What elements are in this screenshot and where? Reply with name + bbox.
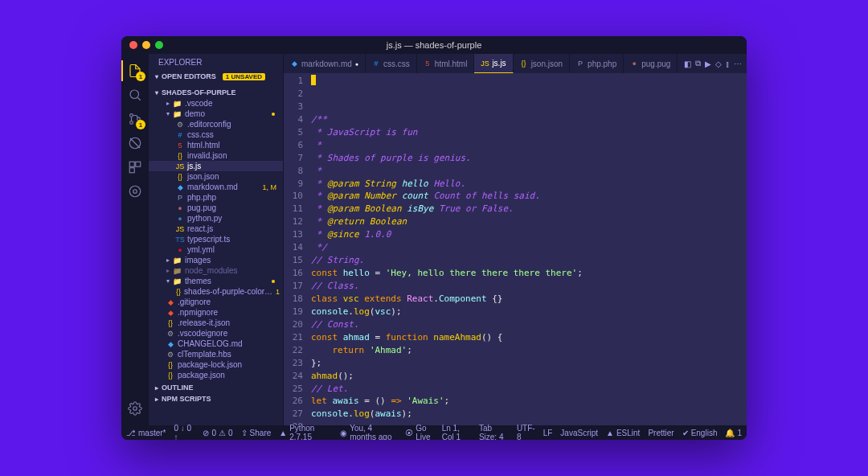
- extensions-icon[interactable]: [121, 155, 149, 179]
- gitlens-icon[interactable]: [121, 179, 149, 203]
- live-share-status[interactable]: ⇪ Share: [241, 429, 272, 437]
- code-line[interactable]: // Class.: [311, 280, 743, 293]
- file-item[interactable]: {}.release-it.json: [149, 318, 283, 328]
- file-item[interactable]: {}shades-of-purple-color…1: [149, 286, 283, 297]
- file-item[interactable]: ◆.npmignore: [149, 307, 283, 318]
- editor-tab[interactable]: Pphp.php: [570, 54, 624, 73]
- file-item[interactable]: {}package.json: [149, 370, 283, 380]
- editor-tab[interactable]: 5html.html: [417, 54, 475, 73]
- file-item[interactable]: ⚙clTemplate.hbs: [149, 349, 283, 359]
- code-line[interactable]: *: [311, 165, 743, 178]
- git-sync-status[interactable]: 0 ↓ 0 ↑: [174, 424, 194, 440]
- npm-scripts-header[interactable]: ▸ NPM SCRIPTS: [149, 393, 283, 404]
- prettier-status[interactable]: Prettier: [648, 424, 674, 440]
- folder-item[interactable]: ▸📁.vscode: [149, 98, 283, 109]
- source-control-icon[interactable]: 1: [121, 107, 149, 131]
- compare-icon[interactable]: ⧉: [695, 59, 701, 68]
- eol-status[interactable]: LF: [543, 424, 553, 440]
- code-line[interactable]: console.log(awais);: [311, 408, 743, 421]
- run-icon[interactable]: ▶: [705, 60, 711, 68]
- settings-gear-icon[interactable]: [121, 396, 149, 421]
- preview-icon[interactable]: ◇: [715, 60, 722, 68]
- editor-tab[interactable]: #css.css: [366, 54, 417, 73]
- code-line[interactable]: return 'Ahmad';: [311, 344, 743, 357]
- file-item[interactable]: ⚙.editorconfig: [149, 119, 283, 129]
- go-live-status[interactable]: ⦿ Go Live: [405, 424, 433, 440]
- split-editor-icon[interactable]: ⫿: [726, 60, 730, 68]
- code-editor[interactable]: 1234567891011121314151617181920212223242…: [284, 73, 747, 425]
- code-line[interactable]: const ahmad = function nameAhmad() {: [311, 331, 743, 344]
- encoding-status[interactable]: UTF-8: [517, 424, 535, 440]
- notifications-status[interactable]: 🔔 1: [725, 424, 742, 440]
- file-item[interactable]: {}invalid.json: [149, 150, 283, 161]
- file-item[interactable]: ◆markdown.md1, M: [149, 182, 283, 192]
- code-line[interactable]: * @param String hello Hello.: [311, 178, 743, 191]
- problems-status[interactable]: ⊘ 0 ⚠ 0: [203, 429, 232, 437]
- color-picker-icon[interactable]: ◧: [684, 60, 691, 68]
- git-blame-status[interactable]: ◉ You, 4 months ago: [340, 424, 397, 440]
- folder-item[interactable]: ▸📁images: [149, 255, 283, 265]
- more-actions-icon[interactable]: ⋯: [734, 60, 742, 68]
- minimize-window-button[interactable]: [142, 41, 150, 49]
- maximize-window-button[interactable]: [155, 41, 163, 49]
- code-line[interactable]: // String.: [311, 254, 743, 267]
- code-line[interactable]: * @param Boolean isBye True or False.: [311, 203, 743, 215]
- file-item[interactable]: ●python.py: [149, 213, 283, 224]
- file-item[interactable]: #css.css: [149, 129, 283, 140]
- close-window-button[interactable]: [129, 41, 137, 49]
- code-line[interactable]: console.log(vsc);: [311, 306, 743, 318]
- code-line[interactable]: */: [311, 241, 743, 254]
- file-item[interactable]: ◆.gitignore: [149, 297, 283, 307]
- tree-item-label: typescript.ts: [187, 235, 230, 244]
- file-item[interactable]: 5html.html: [149, 140, 283, 150]
- explorer-icon[interactable]: 1: [121, 59, 149, 83]
- file-item[interactable]: JSreact.js: [149, 224, 283, 234]
- file-item[interactable]: ●yml.yml: [149, 244, 283, 255]
- code-line[interactable]: // Const.: [311, 318, 743, 331]
- tab-size-status[interactable]: Tab Size: 4: [479, 424, 509, 440]
- debug-icon[interactable]: [121, 131, 149, 155]
- eslint-status[interactable]: ▲ ESLint: [606, 424, 640, 440]
- code-content[interactable]: /** * JavaScript is fun * * Shades of pu…: [308, 73, 747, 425]
- code-line[interactable]: * @since 1.0.0: [311, 228, 743, 241]
- file-item[interactable]: ⚙.vscodeignore: [149, 328, 283, 339]
- code-line[interactable]: * @return Boolean: [311, 215, 743, 228]
- editor-tab[interactable]: {}json.json: [514, 54, 570, 73]
- file-item[interactable]: TStypescript.ts: [149, 234, 283, 244]
- file-item[interactable]: Pphp.php: [149, 192, 283, 203]
- code-line[interactable]: // Let.: [311, 383, 743, 396]
- code-line[interactable]: /**: [311, 113, 743, 126]
- workspace-root-header[interactable]: ▾ SHADES-OF-PURPLE: [149, 87, 283, 98]
- language-status[interactable]: JavaScript: [560, 424, 598, 440]
- code-line[interactable]: ahmad();: [311, 370, 743, 383]
- file-item[interactable]: {}json.json: [149, 171, 283, 182]
- python-status[interactable]: ▲ Python 2.7.15: [279, 424, 332, 440]
- file-item[interactable]: ◆CHANGELOG.md: [149, 339, 283, 349]
- outline-header[interactable]: ▸ OUTLINE: [149, 382, 283, 393]
- code-line[interactable]: *: [311, 139, 743, 152]
- file-item[interactable]: {}package-lock.json: [149, 359, 283, 370]
- code-line[interactable]: const hello = 'Hey, hello there there th…: [311, 267, 743, 280]
- file-item[interactable]: ●pug.pug: [149, 203, 283, 213]
- folder-item[interactable]: ▸📁node_modules: [149, 265, 283, 276]
- spell-check-status[interactable]: ✔ English: [682, 424, 718, 440]
- code-line[interactable]: class vsc extends React.Component {}: [311, 293, 743, 306]
- folder-item[interactable]: ▾📁demo: [149, 109, 283, 119]
- code-line[interactable]: let awais = () => 'Awais';: [311, 395, 743, 408]
- git-branch-status[interactable]: ⎇ master*: [126, 429, 166, 437]
- svg-point-2: [130, 114, 133, 117]
- open-editors-header[interactable]: ▾ OPEN EDITORS 1 UNSAVED: [149, 71, 283, 82]
- code-line[interactable]: * @param Number count Count of hells sai…: [311, 190, 743, 203]
- code-line[interactable]: * JavaScript is fun: [311, 126, 743, 139]
- cursor-position-status[interactable]: Ln 1, Col 1: [442, 424, 471, 440]
- folder-item[interactable]: ▾📁themes: [149, 276, 283, 286]
- search-icon[interactable]: [121, 83, 149, 107]
- md-file-icon: ◆: [176, 183, 184, 191]
- file-item[interactable]: JSjs.js: [149, 161, 283, 171]
- code-line[interactable]: * Shades of purple is genius.: [311, 152, 743, 165]
- code-line[interactable]: };: [311, 357, 743, 370]
- editor-tab[interactable]: ◆markdown.md●: [284, 54, 366, 73]
- editor-tab[interactable]: ●pug.pug: [624, 54, 678, 73]
- editor-tab[interactable]: JSjs.js: [474, 54, 513, 73]
- tree-item-label: json.json: [187, 172, 219, 181]
